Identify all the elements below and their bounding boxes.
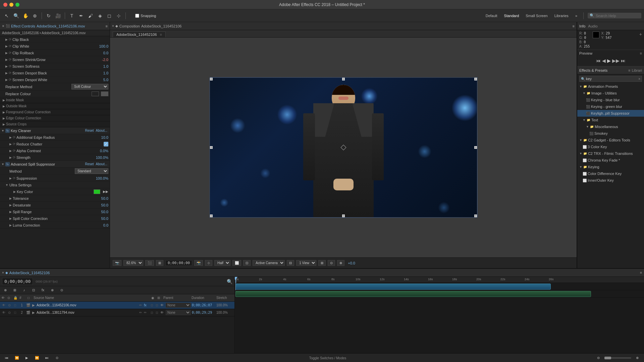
clip-white-toggle[interactable] <box>5 45 8 48</box>
tl-step-back[interactable]: ⏪ <box>13 354 21 362</box>
suppression-row[interactable]: ⟳ Suppression 100.0% <box>0 175 110 182</box>
time-display[interactable]: 0;00;00;00 <box>165 260 192 266</box>
screen-despot-black-row[interactable]: ⟳ Screen Despot Black 1.0 <box>0 70 110 76</box>
corner-handle-tr[interactable] <box>474 78 477 80</box>
correction-btn[interactable]: ⊕ <box>337 260 344 266</box>
close-button[interactable] <box>3 3 7 7</box>
comp-menu-btn[interactable]: ≡ <box>573 24 575 28</box>
spill-range-value[interactable]: 50.0 <box>92 210 108 214</box>
chroma-key-fade-item[interactable]: ⬜ Chroma Key Fade * <box>577 157 644 164</box>
toggle-switches-label[interactable]: Toggle Switches / Modes <box>309 356 346 360</box>
composition-viewer[interactable] <box>110 38 577 257</box>
screen-shrink-row[interactable]: ⟳ Screen Shrink/Grow -2.0 <box>0 56 110 63</box>
layer2-solo[interactable]: ⊙ <box>7 311 12 314</box>
rotate-tool[interactable]: ↻ <box>45 12 53 20</box>
timeline-close-btn[interactable]: × <box>2 271 4 275</box>
key-cleaner-reset[interactable]: Reset <box>84 129 95 132</box>
additional-edge-row[interactable]: ⟳ Additional Edge Radius 10.0 <box>0 134 110 141</box>
method-dropdown[interactable]: Standard <box>75 168 108 174</box>
zoom-tool[interactable]: ⊕ <box>31 12 39 20</box>
three-color-key-item[interactable]: ⬜ 3 Color Key <box>577 143 644 150</box>
screen-shrink-toggle[interactable] <box>5 58 8 61</box>
layer-motion-btn[interactable]: ⊗ <box>48 286 56 294</box>
outside-mask-section[interactable]: Outside Mask <box>0 103 110 109</box>
text-folder[interactable]: ▼ 📁 Text <box>577 117 644 123</box>
quality-dropdown[interactable]: Half <box>214 260 230 266</box>
preview-mode-btn[interactable]: ⊹ <box>205 260 212 266</box>
workspace-default[interactable]: Default <box>484 13 499 18</box>
layer1-pencil[interactable]: ✏ <box>138 303 143 307</box>
screen-shrink-value[interactable]: -2.0 <box>92 58 108 62</box>
layer1-lock[interactable]: □ <box>13 303 17 307</box>
safe-zones-btn[interactable]: ⊞ <box>156 260 163 266</box>
workspace-libraries[interactable]: Libraries <box>552 13 571 18</box>
timeline-search-icon[interactable]: 🔍 <box>227 279 232 284</box>
clip-black-row[interactable]: ⟳ Clip Black <box>0 36 110 43</box>
tolerance-value[interactable]: 50.0 <box>92 196 108 200</box>
effects-panel-content[interactable]: ⟳ Clip Black ⟳ Clip White 100.0 ⟳ Clip R… <box>0 36 110 268</box>
layer-fx-btn[interactable]: fx <box>39 286 47 294</box>
tl-live-update[interactable]: ⊙ <box>53 354 61 362</box>
adv-spill-reset[interactable]: Reset <box>84 162 95 166</box>
replace-colour-swatch2[interactable] <box>101 92 108 96</box>
3d-toggle-btn[interactable]: ⊡ <box>243 260 251 266</box>
layer2-eye[interactable]: 👁 <box>1 311 6 314</box>
alpha-contrast-row[interactable]: ⟳ Alpha Contrast 0.0% <box>0 147 110 154</box>
smokey-item[interactable]: ⬛ Smokey <box>577 130 644 137</box>
desaturate-value[interactable]: 50.0 <box>92 203 108 207</box>
tl-go-start[interactable]: ⏮ <box>3 354 11 362</box>
tl-go-end[interactable]: ⏭ <box>43 354 51 362</box>
layer2-sw1[interactable]: ⊡ <box>150 311 154 314</box>
image-utilities-folder[interactable]: ▼ 📁 Image - Utilities <box>577 90 644 97</box>
layer2-parent-select[interactable]: None <box>166 310 191 315</box>
panel-close-btn[interactable]: × <box>2 24 4 28</box>
keying-expand[interactable]: ▼ <box>579 165 582 169</box>
view-count-dropdown[interactable]: 1 View <box>296 260 316 266</box>
preview-first-btn[interactable]: ⏮ <box>596 58 601 63</box>
tl-zoom-slider[interactable] <box>604 357 631 359</box>
edge-colour-correction-section[interactable]: Edge Colour Correction <box>0 115 110 121</box>
workspace-small[interactable]: Small Screen <box>524 13 549 18</box>
view-split-btn[interactable]: ⊟ <box>287 260 294 266</box>
tolerance-row[interactable]: Tolerance 50.0 <box>0 195 110 202</box>
info-tab[interactable]: Info <box>579 24 585 28</box>
replace-method-dropdown[interactable]: Soft Colour <box>71 84 108 89</box>
plus-icon[interactable]: + <box>639 32 642 37</box>
adv-spill-about[interactable]: About... <box>95 162 108 166</box>
preview-prev-btn[interactable]: ◀ <box>602 58 606 63</box>
keying-green-item[interactable]: ⬛ Keying - green blur <box>577 103 644 110</box>
miscellaneous-folder[interactable]: ▼ 📁 Miscellaneous <box>577 123 644 130</box>
layer-audio-btn[interactable]: ♪ <box>20 286 28 294</box>
animation-presets-folder[interactable]: ▼ 📁 Animation Presets <box>577 83 644 90</box>
layer1-sw2[interactable]: ⊡ <box>155 304 159 307</box>
layer-row-1[interactable]: 👁 ⊙ □ 1 🎬 ▶ AdobeSt...116452106.mov ✏ fx… <box>0 302 234 309</box>
tl-zoom-handle[interactable] <box>604 357 611 359</box>
luma-correction-row[interactable]: Luma Correction 0.0 <box>0 222 110 229</box>
preview-menu-btn[interactable]: ≡ <box>640 51 642 55</box>
camera-btn[interactable]: 📸 <box>194 260 203 266</box>
render-queue-btn[interactable]: ⊞ <box>318 260 326 266</box>
brush-tool[interactable]: 🖌 <box>87 12 95 20</box>
workspace-more[interactable]: » <box>573 13 579 18</box>
puppet-tool[interactable]: ⊹ <box>115 12 123 20</box>
layer1-eye[interactable]: 👁 <box>1 303 6 307</box>
reduce-chatter-checkbox[interactable]: ✓ <box>104 142 108 146</box>
source-crops-section[interactable]: Source Crops <box>0 121 110 127</box>
layer-adj-btn[interactable]: ⊙ <box>58 286 66 294</box>
effects-presets-menu[interactable]: ≡ <box>628 68 630 72</box>
key-cleaner-about[interactable]: About... <box>95 129 108 132</box>
maximize-button[interactable] <box>15 3 19 7</box>
animation-presets-expand[interactable]: ▼ <box>579 85 582 88</box>
text-expand[interactable]: ▼ <box>583 118 586 122</box>
layer1-parent-select[interactable]: None <box>166 303 191 308</box>
clip-black-toggle[interactable] <box>5 38 8 41</box>
fg-colour-correction-section[interactable]: Foreground Colour Correction <box>0 109 110 115</box>
clip-2[interactable] <box>235 291 591 297</box>
corner-handle-br[interactable] <box>474 215 477 217</box>
method-row[interactable]: Method Standard <box>0 168 110 175</box>
c2-trx-folder[interactable]: ▼ 📁 C2 TRX - Filmic Transitions <box>577 150 644 157</box>
text-tool[interactable]: T <box>68 12 76 20</box>
clone-tool[interactable]: ◈ <box>96 12 104 20</box>
layer-new-btn[interactable]: ⊕ <box>1 286 9 294</box>
tl-zoom-out[interactable]: ⊖ <box>594 354 602 362</box>
